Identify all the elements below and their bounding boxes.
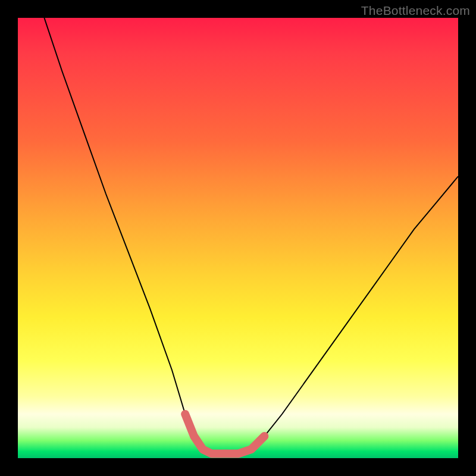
watermark-text: TheBottleneck.com [361,4,470,18]
chart-frame: TheBottleneck.com [0,0,476,476]
curve-layer [18,18,458,458]
bottleneck-curve [44,18,458,454]
bottleneck-highlight [185,414,264,454]
plot-area [18,18,458,458]
